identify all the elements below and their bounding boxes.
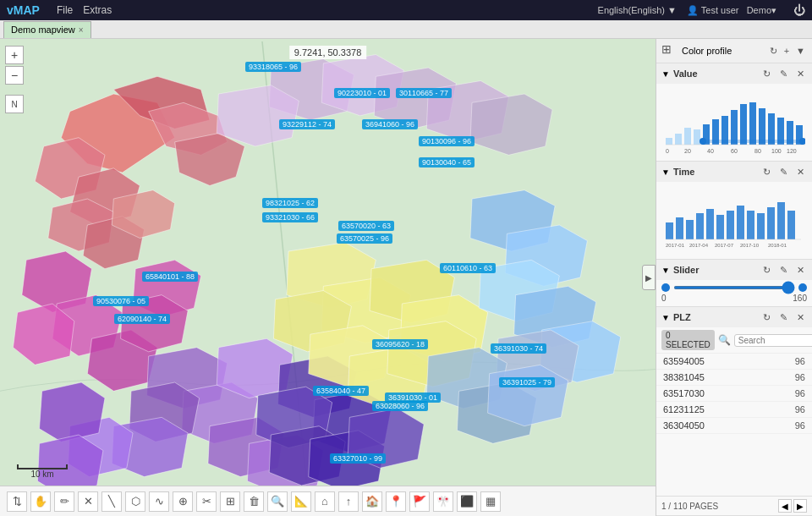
- zoom-out-btn[interactable]: −: [5, 66, 24, 85]
- svg-rect-93: [787, 211, 795, 239]
- plz-next-btn[interactable]: ▶: [793, 499, 807, 513]
- time-chart-svg: 2017-01 2017-04 2017-07 2017-10 2018-01: [661, 185, 805, 253]
- color-profile-label: Color profile: [682, 46, 765, 56]
- plz-edit-btn[interactable]: ✎: [776, 310, 790, 324]
- slider-edit-btn[interactable]: ✎: [776, 263, 790, 277]
- flag2-tool-btn[interactable]: 🚩: [409, 491, 430, 512]
- time-refresh-btn[interactable]: ↻: [760, 165, 773, 178]
- slider-start-dot: [661, 283, 670, 292]
- svg-rect-88: [737, 206, 744, 239]
- plz-page-info: 1 / 110 PAGES: [661, 502, 718, 511]
- slider-section: ▼ Slider ↻ ✎ ✕ 0 160: [656, 260, 812, 307]
- delete-tool-btn[interactable]: 🗑: [244, 491, 264, 512]
- power-icon[interactable]: ⏻: [793, 3, 805, 17]
- value-section-header[interactable]: ▼ Value ↻ ✎ ✕: [656, 63, 812, 84]
- measure-tool-btn[interactable]: 📐: [291, 491, 311, 512]
- plz-value: 96: [795, 356, 805, 366]
- svg-rect-89: [747, 211, 754, 239]
- map-coordinates: 9.7241, 50.3378: [289, 46, 367, 59]
- value-chart-svg: 0 20 40 60 80 100 120: [661, 87, 805, 155]
- value-close-btn[interactable]: ✕: [793, 67, 807, 80]
- pencil-tool-btn[interactable]: ✏: [54, 491, 74, 512]
- plz-refresh-btn[interactable]: ↻: [760, 310, 773, 324]
- cross-tool-btn[interactable]: ✕: [78, 491, 98, 512]
- bezier-tool-btn[interactable]: ∿: [149, 491, 169, 512]
- flag3-tool-btn[interactable]: 🎌: [433, 491, 453, 512]
- zoom-tool-btn[interactable]: 🔍: [267, 491, 288, 512]
- scissors-tool-btn[interactable]: ✂: [196, 491, 217, 512]
- plz-close-btn[interactable]: ✕: [793, 310, 807, 324]
- time-section-header[interactable]: ▼ Time ↻ ✎ ✕: [656, 162, 812, 182]
- svg-rect-90: [757, 213, 765, 239]
- svg-rect-92: [777, 202, 785, 239]
- flag1-tool-btn[interactable]: 📍: [386, 491, 406, 512]
- svg-marker-24: [40, 382, 106, 442]
- pan-tool-btn[interactable]: ✋: [30, 491, 51, 512]
- plz-row[interactable]: 6123112596: [656, 402, 812, 418]
- svg-marker-53: [470, 94, 552, 155]
- svg-rect-57: [684, 128, 691, 145]
- plz-row[interactable]: 6351703096: [656, 386, 812, 402]
- bottom-toolbar: ⇅ ✋ ✏ ✕ ╲ ⬡ ∿ ⊕ ✂ ⊞ 🗑 🔍 📐 ⌂ ↑ 🏠 📍 🚩 🎌 ⬛ …: [0, 486, 656, 516]
- color-profile-filter-btn[interactable]: ▼: [794, 46, 807, 56]
- plz-row[interactable]: 6359400596: [656, 354, 812, 370]
- time-close-btn[interactable]: ✕: [793, 165, 807, 178]
- value-edit-btn[interactable]: ✎: [776, 67, 790, 80]
- value-section-title: Value: [673, 69, 756, 79]
- color-profile-refresh-btn[interactable]: ↻: [768, 46, 779, 57]
- layers-icon[interactable]: ⊞: [661, 42, 678, 59]
- plz-toggle-icon: ▼: [661, 313, 670, 322]
- plz-code: 63594005: [663, 356, 705, 366]
- slider-labels: 0 160: [661, 294, 807, 303]
- plz-search-input[interactable]: [734, 334, 812, 347]
- slider-section-header[interactable]: ▼ Slider ↻ ✎ ✕: [656, 260, 812, 280]
- merge-tool-btn[interactable]: ⊞: [220, 491, 240, 512]
- plz-value: 96: [795, 420, 805, 431]
- plz-code: 38381045: [663, 372, 705, 382]
- pattern-tool-btn[interactable]: ▦: [480, 491, 501, 512]
- fill-tool-btn[interactable]: ⬛: [457, 491, 477, 512]
- line-tool-btn[interactable]: ╲: [102, 491, 122, 512]
- svg-rect-55: [666, 138, 672, 145]
- select-tool-btn[interactable]: ⇅: [7, 491, 27, 512]
- plz-value: 96: [795, 404, 805, 414]
- zoom-in-btn[interactable]: +: [5, 46, 24, 64]
- svg-rect-83: [686, 220, 694, 239]
- svg-text:0: 0: [666, 148, 669, 154]
- slider-refresh-btn[interactable]: ↻: [760, 263, 773, 277]
- value-refresh-btn[interactable]: ↻: [760, 67, 773, 80]
- node-tool-btn[interactable]: ⊕: [173, 491, 193, 512]
- map-right-arrow[interactable]: ▶: [642, 265, 656, 290]
- compass-btn[interactable]: N: [5, 95, 24, 113]
- slider-input[interactable]: [673, 286, 795, 289]
- home-tool-btn[interactable]: ⌂: [315, 491, 335, 512]
- demo-mapview-tab[interactable]: Demo mapview ×: [3, 21, 91, 38]
- language-selector[interactable]: English(English) ▼: [598, 5, 677, 15]
- svg-text:20: 20: [684, 148, 691, 154]
- map-area[interactable]: 93318065 - 9690223010 - 0130110665 - 779…: [0, 39, 656, 516]
- tab-label: Demo mapview: [11, 25, 75, 35]
- plz-row[interactable]: 3630405096: [656, 418, 812, 434]
- scale-bar: 10 km: [17, 464, 68, 479]
- plz-value: 96: [795, 372, 805, 382]
- menu-extras[interactable]: Extras: [83, 4, 112, 16]
- plz-prev-btn[interactable]: ◀: [778, 499, 792, 513]
- svg-marker-54: [217, 85, 299, 146]
- map-canvas: [0, 39, 656, 516]
- svg-rect-71: [703, 140, 803, 143]
- time-edit-btn[interactable]: ✎: [776, 165, 790, 178]
- polygon-tool-btn[interactable]: ⬡: [125, 491, 145, 512]
- marker1-tool-btn[interactable]: 🏠: [362, 491, 382, 512]
- svg-marker-48: [488, 365, 568, 425]
- tab-close-btn[interactable]: ×: [79, 25, 84, 35]
- plz-row[interactable]: 3838104596: [656, 370, 812, 386]
- slider-section-title: Slider: [673, 265, 756, 275]
- svg-rect-81: [666, 222, 673, 239]
- tabbar: Demo mapview ×: [0, 20, 812, 39]
- menu-file[interactable]: File: [57, 4, 73, 16]
- slider-close-btn[interactable]: ✕: [793, 263, 807, 277]
- plz-section-header[interactable]: ▼ PLZ ↻ ✎ ✕: [656, 307, 812, 327]
- export-tool-btn[interactable]: ↑: [338, 491, 359, 512]
- slider-end-dot: [798, 283, 807, 292]
- color-profile-add-btn[interactable]: +: [782, 46, 791, 56]
